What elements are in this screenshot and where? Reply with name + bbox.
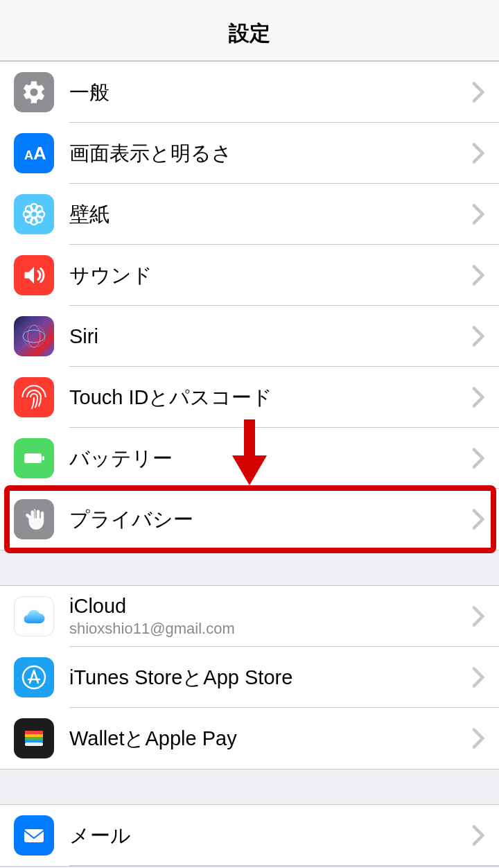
wallet-icon: [14, 718, 54, 758]
gear-icon: [14, 72, 54, 112]
chevron-right-icon: [473, 387, 485, 408]
svg-rect-14: [24, 453, 42, 463]
chevron-right-icon: [473, 326, 485, 347]
svg-rect-20: [25, 734, 43, 737]
chevron-right-icon: [473, 667, 485, 688]
svg-point-13: [28, 325, 40, 347]
settings-row-battery[interactable]: バッテリー: [0, 428, 499, 489]
chevron-right-icon: [473, 825, 485, 846]
page-title: 設定: [229, 19, 270, 48]
settings-row-wallpaper[interactable]: 壁紙: [0, 184, 499, 245]
chevron-right-icon: [473, 143, 485, 164]
svg-rect-21: [25, 737, 43, 740]
row-content: メール: [69, 824, 473, 848]
divider: [69, 865, 499, 866]
svg-rect-23: [25, 743, 43, 746]
row-label: WalletとApple Pay: [69, 727, 473, 751]
row-content: 壁紙: [69, 202, 473, 227]
chevron-right-icon: [473, 448, 485, 469]
settings-row-sounds[interactable]: サウンド: [0, 245, 499, 306]
row-label: 一般: [69, 80, 473, 105]
fingerprint-icon: [14, 377, 54, 417]
battery-icon: [14, 438, 54, 478]
svg-rect-15: [42, 456, 44, 460]
chevron-right-icon: [473, 728, 485, 749]
mail-icon: [14, 815, 54, 856]
settings-section-1: 一般 AA 画面表示と明るさ 壁紙 サウンド: [0, 61, 499, 550]
svg-point-11: [23, 325, 45, 347]
svg-rect-19: [25, 731, 43, 734]
row-content: iTunes StoreとApp Store: [69, 666, 473, 690]
svg-text:A: A: [33, 143, 46, 164]
svg-text:A: A: [24, 148, 33, 162]
svg-point-12: [23, 330, 45, 342]
icloud-icon: [14, 596, 54, 636]
row-content: プライバシー: [69, 507, 473, 532]
svg-rect-22: [25, 740, 43, 743]
row-label: 壁紙: [69, 202, 473, 227]
row-content: WalletとApple Pay: [69, 727, 473, 751]
row-content: Siri: [69, 324, 473, 349]
row-label: Siri: [69, 324, 473, 349]
settings-row-wallet[interactable]: WalletとApple Pay: [0, 708, 499, 769]
row-content: Touch IDとパスコード: [69, 385, 473, 410]
chevron-right-icon: [473, 204, 485, 225]
chevron-right-icon: [473, 509, 485, 530]
settings-row-privacy[interactable]: プライバシー: [0, 489, 499, 550]
row-content: バッテリー: [69, 446, 473, 471]
settings-row-siri[interactable]: Siri: [0, 306, 499, 367]
settings-row-mail[interactable]: メール: [0, 805, 499, 866]
row-content: 一般: [69, 80, 473, 105]
nav-header: 設定: [0, 0, 499, 61]
text-size-icon: AA: [14, 133, 54, 173]
settings-section-2: iCloud shioxshio11@gmail.com iTunes Stor…: [0, 585, 499, 770]
row-label: iCloud: [69, 594, 473, 618]
appstore-icon: [14, 657, 54, 697]
chevron-right-icon: [473, 606, 485, 627]
row-content: サウンド: [69, 263, 473, 288]
settings-row-touchid[interactable]: Touch IDとパスコード: [0, 367, 499, 428]
settings-row-appstore[interactable]: iTunes StoreとApp Store: [0, 647, 499, 708]
row-label: iTunes StoreとApp Store: [69, 666, 473, 690]
hand-icon: [14, 499, 54, 539]
flower-icon: [14, 194, 54, 234]
chevron-right-icon: [473, 82, 485, 103]
settings-row-icloud[interactable]: iCloud shioxshio11@gmail.com: [0, 586, 499, 647]
row-label: 画面表示と明るさ: [69, 141, 473, 166]
siri-icon: [14, 316, 54, 356]
row-label: プライバシー: [69, 507, 473, 532]
row-label: Touch IDとパスコード: [69, 385, 473, 410]
settings-row-display[interactable]: AA 画面表示と明るさ: [0, 123, 499, 184]
chevron-right-icon: [473, 265, 485, 286]
row-label: バッテリー: [69, 446, 473, 471]
row-content: 画面表示と明るさ: [69, 141, 473, 166]
svg-rect-24: [24, 829, 44, 842]
row-label: サウンド: [69, 263, 473, 288]
row-sublabel: shioxshio11@gmail.com: [69, 620, 473, 638]
settings-section-3: メール: [0, 804, 499, 867]
settings-row-general[interactable]: 一般: [0, 62, 499, 123]
speaker-icon: [14, 255, 54, 295]
row-label: メール: [69, 824, 473, 848]
row-content: iCloud shioxshio11@gmail.com: [69, 594, 473, 638]
